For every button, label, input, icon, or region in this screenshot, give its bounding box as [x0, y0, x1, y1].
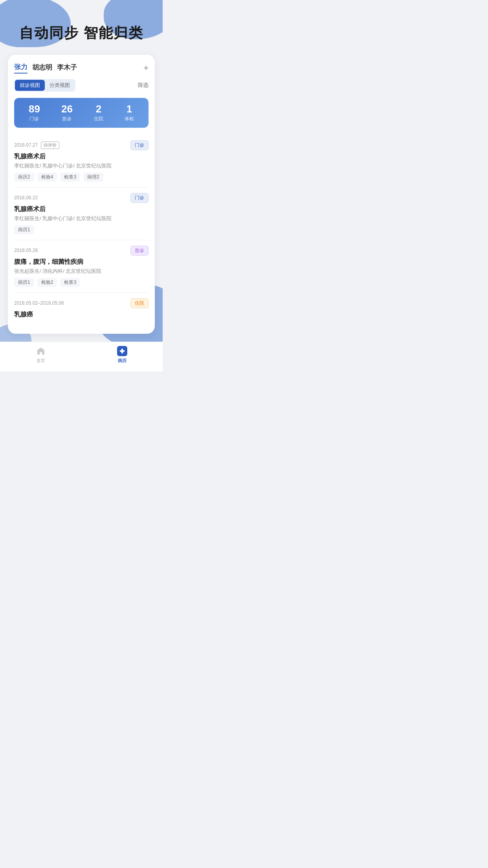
record-tags-1: 病历1 — [14, 225, 149, 234]
record-date-1: 2018.06.22 — [14, 195, 38, 200]
view-toggle: 就诊视图 分类视图 筛选 — [14, 79, 149, 92]
record-date-pending-2: 2018.05.28 — [14, 248, 38, 253]
patient-tab-2[interactable]: 李木子 — [57, 63, 77, 73]
record-header-1: 2018.06.22门诊 — [14, 193, 149, 203]
record-title-1: 乳腺癌术后 — [14, 205, 149, 213]
stat-checkup-number: 1 — [125, 103, 134, 115]
record-title-3: 乳腺癌 — [14, 311, 149, 319]
hero-text: 自动同步 智能归类 — [0, 0, 163, 55]
svg-rect-1 — [120, 350, 125, 352]
record-tags-2: 病历1检验2检查3 — [14, 278, 149, 287]
record-tag-0-2: 检查3 — [60, 173, 80, 182]
record-doctor-1: 李红丽医生/ 乳腺中心门诊/ 北京世纪坛医院 — [14, 215, 149, 222]
stat-outpatient-number: 89 — [29, 103, 40, 115]
stat-outpatient: 89 门诊 — [29, 103, 40, 122]
record-tag-2-0: 病历1 — [14, 278, 34, 287]
bottom-nav: 首页 病历 — [0, 342, 163, 371]
record-type-0: 门诊 — [130, 140, 149, 150]
record-tags-0: 病历2检验4检查3病理2 — [14, 173, 149, 182]
record-title-0: 乳腺癌术后 — [14, 153, 149, 161]
record-type-1: 门诊 — [130, 193, 149, 203]
toggle-group: 就诊视图 分类视图 — [14, 79, 75, 92]
stats-bar: 89 门诊 26 急诊 2 住院 1 体检 — [14, 98, 149, 128]
record-date-2: 2018.05.28 — [14, 248, 38, 253]
record-header-0: 2018.07.27待评价门诊 — [14, 140, 149, 150]
stat-checkup: 1 体检 — [125, 103, 134, 122]
record-tag-2-2: 检查3 — [60, 278, 80, 287]
record-type-3: 住院 — [130, 298, 149, 308]
record-type-2: 急诊 — [130, 246, 149, 256]
stat-emergency-number: 26 — [61, 103, 73, 115]
nav-home[interactable]: 首页 — [36, 346, 46, 364]
visit-record-2[interactable]: 2018.05.28急诊腹痛，腹泻，细菌性疾病张光起医生/ 消化内科/ 北京世纪… — [14, 240, 149, 293]
nav-medical-label: 病历 — [118, 358, 127, 364]
stat-checkup-label: 体检 — [125, 116, 134, 121]
record-date-0: 2018.07.27 — [14, 142, 38, 148]
records-container: 2018.07.27待评价门诊乳腺癌术后李红丽医生/ 乳腺中心门诊/ 北京世纪坛… — [14, 135, 149, 326]
record-tag-0-0: 病历2 — [14, 173, 34, 182]
page-wrapper: 自动同步 智能归类 张力 胡志明 李木子 + 就诊视图 分类视图 筛选 89 门… — [0, 0, 163, 371]
toggle-category-view[interactable]: 分类视图 — [45, 80, 75, 91]
record-header-3: 2018.05.02–2018.05.06住院 — [14, 298, 149, 308]
record-date-pending-3: 2018.05.02–2018.05.06 — [14, 300, 64, 306]
add-patient-button[interactable]: + — [143, 64, 149, 72]
stat-inpatient-number: 2 — [94, 103, 103, 115]
stat-emergency-label: 急诊 — [62, 116, 72, 121]
patient-tabs: 张力 胡志明 李木子 + — [14, 63, 149, 74]
stat-inpatient-label: 住院 — [94, 116, 103, 121]
stat-emergency: 26 急诊 — [61, 103, 73, 122]
home-icon — [36, 346, 46, 356]
medical-icon — [117, 346, 127, 356]
record-doctor-2: 张光起医生/ 消化内科/ 北京世纪坛医院 — [14, 268, 149, 275]
record-tag-0-1: 检验4 — [37, 173, 57, 182]
record-header-2: 2018.05.28急诊 — [14, 246, 149, 256]
record-tag-1-0: 病历1 — [14, 225, 34, 234]
main-card: 张力 胡志明 李木子 + 就诊视图 分类视图 筛选 89 门诊 26 急诊 — [8, 55, 155, 334]
record-pending-0: 待评价 — [41, 142, 59, 149]
record-date-pending-0: 2018.07.27待评价 — [14, 142, 59, 149]
patient-tab-1[interactable]: 胡志明 — [32, 63, 52, 73]
visit-record-0[interactable]: 2018.07.27待评价门诊乳腺癌术后李红丽医生/ 乳腺中心门诊/ 北京世纪坛… — [14, 135, 149, 188]
visit-record-1[interactable]: 2018.06.22门诊乳腺癌术后李红丽医生/ 乳腺中心门诊/ 北京世纪坛医院病… — [14, 188, 149, 240]
record-title-2: 腹痛，腹泻，细菌性疾病 — [14, 258, 149, 266]
patient-tab-0[interactable]: 张力 — [14, 63, 28, 74]
stat-inpatient: 2 住院 — [94, 103, 103, 122]
toggle-visit-view[interactable]: 就诊视图 — [15, 80, 45, 91]
record-date-3: 2018.05.02–2018.05.06 — [14, 300, 64, 306]
record-tag-2-1: 检验2 — [37, 278, 57, 287]
patient-names: 张力 胡志明 李木子 — [14, 63, 77, 74]
visit-record-3[interactable]: 2018.05.02–2018.05.06住院乳腺癌 — [14, 293, 149, 326]
record-tag-0-3: 病理2 — [83, 173, 103, 182]
record-doctor-0: 李红丽医生/ 乳腺中心门诊/ 北京世纪坛医院 — [14, 162, 149, 169]
filter-button[interactable]: 筛选 — [138, 82, 149, 89]
stat-outpatient-label: 门诊 — [29, 116, 39, 121]
record-date-pending-1: 2018.06.22 — [14, 195, 38, 200]
nav-medical[interactable]: 病历 — [117, 346, 127, 364]
nav-home-label: 首页 — [37, 358, 45, 364]
